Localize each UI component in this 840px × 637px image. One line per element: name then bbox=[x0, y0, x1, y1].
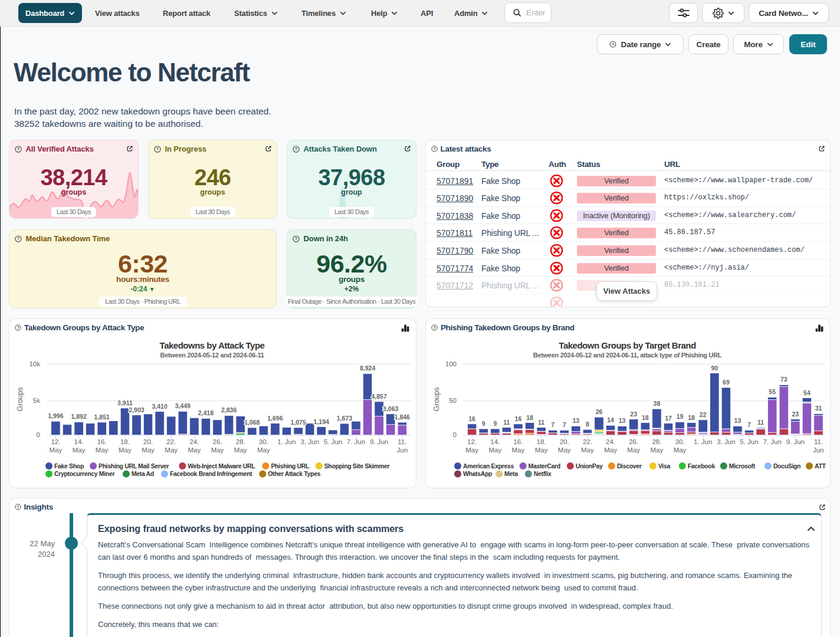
svg-text:Facebook: Facebook bbox=[688, 462, 716, 469]
svg-text:12.: 12. bbox=[467, 438, 477, 445]
svg-text:Groups: Groups bbox=[16, 388, 24, 412]
svg-text:ATT: ATT bbox=[815, 462, 826, 469]
svg-text:24.: 24. bbox=[189, 438, 199, 445]
svg-text:28.: 28. bbox=[652, 438, 661, 445]
svg-text:Phishing URL: Phishing URL bbox=[271, 462, 310, 469]
svg-text:31: 31 bbox=[815, 405, 822, 412]
svg-text:16.: 16. bbox=[513, 438, 523, 445]
svg-text:May: May bbox=[581, 446, 594, 454]
svg-text:5. Jun: 5. Jun bbox=[324, 438, 342, 445]
svg-text:1,194: 1,194 bbox=[314, 418, 329, 425]
svg-text:23: 23 bbox=[792, 411, 799, 418]
svg-text:Takedown Groups by Target Bran: Takedown Groups by Target Brand bbox=[559, 340, 696, 350]
svg-text:Other Attack Types: Other Attack Types bbox=[268, 470, 320, 477]
svg-text:17: 17 bbox=[665, 415, 672, 422]
svg-text:22: 22 bbox=[700, 411, 707, 418]
svg-text:30.: 30. bbox=[675, 438, 685, 445]
svg-text:22.: 22. bbox=[583, 438, 592, 445]
svg-text:11: 11 bbox=[503, 419, 510, 426]
svg-text:May: May bbox=[119, 446, 132, 454]
svg-text:May: May bbox=[488, 446, 501, 454]
svg-text:May: May bbox=[188, 446, 201, 454]
svg-text:28.: 28. bbox=[236, 438, 245, 445]
svg-text:1,068: 1,068 bbox=[244, 419, 260, 426]
svg-text:1,696: 1,696 bbox=[267, 415, 283, 422]
svg-text:DocuSign: DocuSign bbox=[773, 462, 800, 469]
svg-text:7. Jun: 7. Jun bbox=[347, 438, 365, 445]
svg-text:38: 38 bbox=[654, 400, 661, 407]
svg-text:7. Jun: 7. Jun bbox=[763, 438, 782, 445]
svg-text:1,851: 1,851 bbox=[94, 413, 110, 421]
svg-text:5k: 5k bbox=[33, 397, 40, 404]
svg-text:Groups: Groups bbox=[432, 388, 441, 412]
svg-text:Meta: Meta bbox=[504, 470, 518, 477]
svg-text:19: 19 bbox=[677, 413, 684, 420]
svg-text:May: May bbox=[651, 446, 664, 454]
svg-text:9: 9 bbox=[493, 420, 497, 427]
svg-text:16: 16 bbox=[468, 415, 475, 422]
svg-text:5. Jun: 5. Jun bbox=[740, 438, 758, 445]
svg-text:8,924: 8,924 bbox=[360, 365, 375, 372]
svg-text:2,903: 2,903 bbox=[129, 406, 144, 413]
svg-text:7: 7 bbox=[747, 421, 751, 428]
svg-text:3,063: 3,063 bbox=[383, 405, 398, 412]
svg-text:Netflix: Netflix bbox=[534, 470, 552, 477]
svg-text:16.: 16. bbox=[97, 438, 107, 445]
svg-text:1,846: 1,846 bbox=[395, 413, 410, 421]
svg-text:Between 2024-05-12 and 2024-06: Between 2024-05-12 and 2024-06-11 bbox=[160, 352, 264, 359]
svg-text:11.: 11. bbox=[398, 438, 406, 445]
svg-text:0: 0 bbox=[37, 431, 40, 438]
svg-text:UnionPay: UnionPay bbox=[576, 462, 603, 469]
svg-text:10k: 10k bbox=[29, 360, 40, 367]
svg-text:13: 13 bbox=[619, 417, 626, 424]
svg-text:Web-Inject Malware URL: Web-Inject Malware URL bbox=[188, 462, 255, 469]
svg-text:Between 2024-05-12 and 2024-06: Between 2024-05-12 and 2024-06-11, attac… bbox=[533, 352, 722, 359]
svg-text:9: 9 bbox=[482, 420, 485, 427]
svg-text:20.: 20. bbox=[143, 438, 153, 445]
svg-text:Phishing URL Mail Server: Phishing URL Mail Server bbox=[99, 462, 169, 469]
svg-text:54: 54 bbox=[803, 389, 811, 396]
svg-text:26.: 26. bbox=[213, 438, 222, 445]
svg-text:1. Jun: 1. Jun bbox=[277, 438, 296, 445]
svg-text:13: 13 bbox=[572, 417, 579, 424]
svg-text:May: May bbox=[604, 446, 617, 454]
svg-text:?: ? bbox=[433, 146, 435, 150]
svg-text:3,449: 3,449 bbox=[175, 402, 191, 409]
svg-text:9. Jun: 9. Jun bbox=[370, 438, 388, 445]
svg-text:3. Jun: 3. Jun bbox=[717, 438, 735, 445]
svg-text:May: May bbox=[512, 446, 525, 454]
svg-text:May: May bbox=[465, 446, 478, 454]
svg-text:2,418: 2,418 bbox=[198, 409, 214, 416]
svg-text:18: 18 bbox=[526, 414, 533, 421]
svg-text:?: ? bbox=[17, 147, 19, 152]
svg-text:?: ? bbox=[156, 147, 158, 152]
svg-text:18.: 18. bbox=[120, 438, 130, 445]
svg-text:Takedowns by Attack Type: Takedowns by Attack Type bbox=[160, 340, 265, 350]
svg-text:MasterCard: MasterCard bbox=[529, 462, 560, 469]
svg-text:12.: 12. bbox=[51, 438, 60, 445]
svg-text:14.: 14. bbox=[490, 438, 500, 445]
svg-text:14.: 14. bbox=[74, 438, 84, 445]
svg-text:May: May bbox=[211, 446, 224, 454]
svg-text:69: 69 bbox=[723, 379, 730, 386]
svg-text:?: ? bbox=[434, 326, 436, 330]
svg-text:Shopping Site Skimmer: Shopping Site Skimmer bbox=[324, 462, 390, 469]
svg-text:May: May bbox=[73, 446, 86, 454]
svg-text:18: 18 bbox=[688, 414, 695, 421]
svg-text:1. Jun: 1. Jun bbox=[694, 438, 712, 445]
svg-text:9. Jun: 9. Jun bbox=[786, 438, 805, 445]
svg-text:American Express: American Express bbox=[463, 462, 514, 469]
svg-text:May: May bbox=[627, 446, 640, 454]
svg-text:2,836: 2,836 bbox=[221, 406, 237, 413]
svg-text:Cryptocurrency Miner: Cryptocurrency Miner bbox=[54, 470, 114, 477]
svg-text:73: 73 bbox=[780, 376, 788, 383]
svg-text:May: May bbox=[234, 446, 247, 454]
svg-text:?: ? bbox=[17, 326, 19, 330]
svg-text:1,996: 1,996 bbox=[48, 412, 63, 419]
svg-text:24.: 24. bbox=[606, 438, 615, 445]
svg-text:18: 18 bbox=[642, 414, 649, 421]
svg-text:Jun: Jun bbox=[397, 446, 408, 454]
svg-text:8: 8 bbox=[586, 421, 589, 428]
svg-text:20.: 20. bbox=[560, 438, 569, 445]
svg-text:4,857: 4,857 bbox=[371, 393, 386, 400]
